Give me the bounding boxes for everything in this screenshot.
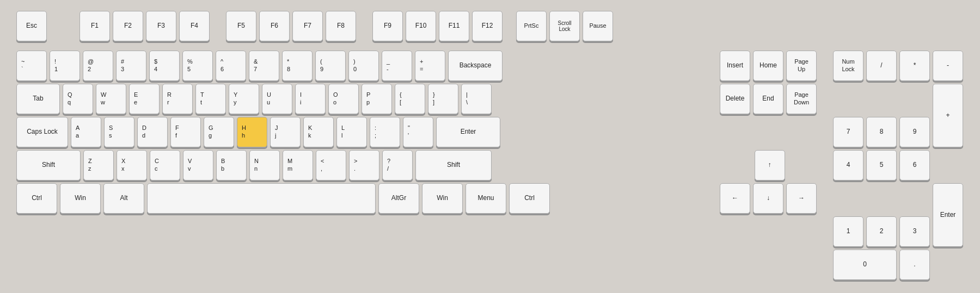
key-n[interactable]: Nn — [249, 150, 280, 180]
key-equals[interactable]: += — [415, 51, 445, 81]
key-num7[interactable]: 7 — [833, 117, 863, 147]
key-alt-left[interactable]: Alt — [103, 183, 144, 214]
key-numlock[interactable]: NumLock — [833, 51, 863, 81]
key-num-enter[interactable]: Enter — [933, 183, 963, 247]
key-l[interactable]: Ll — [336, 117, 367, 147]
key-menu[interactable]: Menu — [465, 183, 506, 214]
key-f11[interactable]: F11 — [439, 11, 469, 41]
key-pause[interactable]: Pause — [583, 11, 613, 41]
key-num3[interactable]: 3 — [899, 216, 930, 247]
key-h[interactable]: Hh — [237, 117, 267, 147]
key-scrolllock[interactable]: ScrollLock — [549, 11, 580, 41]
key-f9[interactable]: F9 — [372, 11, 403, 41]
key-num6[interactable]: 6 — [899, 150, 930, 180]
key-shift-right[interactable]: Shift — [415, 150, 492, 180]
key-num-plus[interactable]: + — [933, 84, 963, 147]
key-q[interactable]: Qq — [63, 84, 93, 114]
key-f10[interactable]: F10 — [406, 11, 436, 41]
key-left[interactable]: ← — [720, 183, 750, 214]
key-f4[interactable]: F4 — [179, 11, 210, 41]
key-f1[interactable]: F1 — [79, 11, 110, 41]
key-i[interactable]: Ii — [295, 84, 326, 114]
key-pageup[interactable]: PageUp — [786, 51, 817, 81]
key-home[interactable]: Home — [753, 51, 783, 81]
key-num1[interactable]: 1 — [833, 216, 863, 247]
key-down[interactable]: ↓ — [753, 183, 783, 214]
key-a[interactable]: Aa — [71, 117, 101, 147]
key-w[interactable]: Ww — [96, 84, 126, 114]
key-7[interactable]: &7 — [249, 51, 279, 81]
key-j[interactable]: Jj — [270, 117, 301, 147]
key-f12[interactable]: F12 — [472, 11, 503, 41]
key-1[interactable]: !1 — [50, 51, 80, 81]
key-x[interactable]: Xx — [117, 150, 147, 180]
key-f5[interactable]: F5 — [226, 11, 256, 41]
key-c[interactable]: Cc — [150, 150, 180, 180]
key-d[interactable]: Dd — [137, 117, 168, 147]
key-num8[interactable]: 8 — [866, 117, 897, 147]
key-t[interactable]: Tt — [195, 84, 226, 114]
key-tab[interactable]: Tab — [16, 84, 60, 114]
key-period[interactable]: >. — [349, 150, 379, 180]
key-5[interactable]: %5 — [182, 51, 213, 81]
key-shift-left[interactable]: Shift — [16, 150, 81, 180]
key-num-slash[interactable]: / — [866, 51, 897, 81]
key-6[interactable]: ^6 — [216, 51, 246, 81]
key-num-dot[interactable]: . — [899, 250, 930, 280]
key-comma[interactable]: <, — [316, 150, 346, 180]
key-f2[interactable]: F2 — [113, 11, 143, 41]
key-p[interactable]: Pp — [362, 84, 392, 114]
key-enter[interactable]: Enter — [436, 117, 500, 147]
key-f8[interactable]: F8 — [326, 11, 356, 41]
key-o[interactable]: Oo — [328, 84, 359, 114]
key-num9[interactable]: 9 — [899, 117, 930, 147]
key-ctrl-left[interactable]: Ctrl — [16, 183, 57, 214]
key-capslock[interactable]: Caps Lock — [16, 117, 68, 147]
key-num5[interactable]: 5 — [866, 150, 897, 180]
key-slash[interactable]: ?/ — [382, 150, 413, 180]
key-space[interactable] — [147, 183, 376, 214]
key-y[interactable]: Yy — [229, 84, 259, 114]
key-up[interactable]: ↑ — [755, 150, 785, 180]
key-quote[interactable]: "' — [403, 117, 433, 147]
key-backtick[interactable]: ~` — [16, 51, 47, 81]
key-s[interactable]: Ss — [104, 117, 134, 147]
key-win-right[interactable]: Win — [422, 183, 463, 214]
key-backspace[interactable]: Backspace — [448, 51, 503, 81]
key-backslash[interactable]: |\ — [461, 84, 492, 114]
key-num2[interactable]: 2 — [866, 216, 897, 247]
key-minus[interactable]: _- — [382, 51, 412, 81]
key-2[interactable]: @2 — [83, 51, 113, 81]
key-bracket-left[interactable]: {[ — [395, 84, 425, 114]
key-semicolon[interactable]: :; — [370, 117, 400, 147]
key-e[interactable]: Ee — [129, 84, 160, 114]
key-win-left[interactable]: Win — [60, 183, 101, 214]
key-num0[interactable]: 0 — [833, 250, 897, 280]
key-g[interactable]: Gg — [204, 117, 234, 147]
key-prtsc[interactable]: PrtSc — [516, 11, 547, 41]
key-8[interactable]: *8 — [282, 51, 313, 81]
key-u[interactable]: Uu — [262, 84, 292, 114]
key-pagedown[interactable]: PageDown — [786, 84, 817, 114]
key-3[interactable]: #3 — [116, 51, 146, 81]
key-bracket-right[interactable]: }] — [428, 84, 458, 114]
key-insert[interactable]: Insert — [720, 51, 750, 81]
key-v[interactable]: Vv — [183, 150, 213, 180]
key-k[interactable]: Kk — [303, 117, 334, 147]
key-f[interactable]: Ff — [170, 117, 201, 147]
key-altgr[interactable]: AltGr — [378, 183, 419, 214]
key-num-multiply[interactable]: * — [899, 51, 930, 81]
key-0[interactable]: )0 — [348, 51, 379, 81]
key-f6[interactable]: F6 — [259, 11, 290, 41]
key-num4[interactable]: 4 — [833, 150, 863, 180]
key-right[interactable]: → — [786, 183, 817, 214]
key-4[interactable]: $4 — [149, 51, 180, 81]
key-delete[interactable]: Delete — [720, 84, 750, 114]
key-end[interactable]: End — [753, 84, 783, 114]
key-m[interactable]: Mm — [283, 150, 313, 180]
key-esc[interactable]: Esc — [16, 11, 47, 41]
key-ctrl-right[interactable]: Ctrl — [509, 183, 550, 214]
key-b[interactable]: Bb — [216, 150, 247, 180]
key-z[interactable]: Zz — [83, 150, 114, 180]
key-num-minus[interactable]: - — [933, 51, 963, 81]
